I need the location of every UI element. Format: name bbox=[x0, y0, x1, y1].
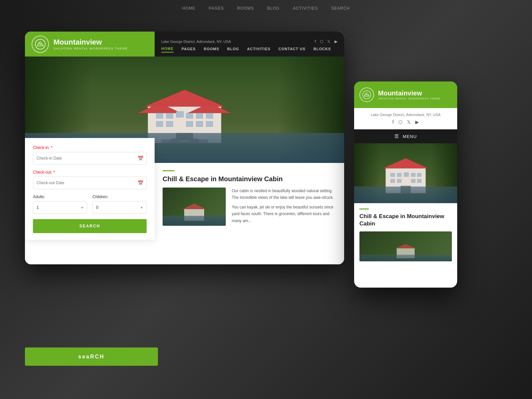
nav-blocks[interactable]: BLOCKS bbox=[314, 47, 331, 52]
checkin-label: Check-in: * bbox=[33, 145, 147, 150]
nav-contact[interactable]: CONTACT US bbox=[279, 47, 306, 52]
svg-rect-11 bbox=[206, 113, 213, 118]
svg-rect-13 bbox=[166, 121, 173, 127]
mobile-nav[interactable]: ☰ MENU bbox=[354, 129, 457, 143]
svg-rect-9 bbox=[186, 113, 193, 118]
desktop-nav-area: Lake George District, Adirondack, NY, US… bbox=[155, 32, 344, 57]
svg-marker-22 bbox=[183, 203, 206, 209]
mobile-header: Mountainview VACATION RENTAL WORDPRESS T… bbox=[354, 81, 457, 108]
desktop-top-bar: Lake George District, Adirondack, NY, US… bbox=[155, 37, 344, 47]
outer-nav-blog: BLOG bbox=[267, 6, 280, 11]
twitter-icon[interactable]: 𝕏 bbox=[327, 39, 331, 44]
desktop-logo-area: Mountainview VACATION RENTAL WORDPRESS T… bbox=[25, 32, 155, 57]
svg-rect-16 bbox=[206, 121, 213, 127]
mobile-menu-label: MENU bbox=[403, 134, 417, 139]
children-col: Children: 0 1 2 ▼ bbox=[92, 195, 147, 214]
children-select[interactable]: 0 1 2 bbox=[92, 201, 147, 214]
adults-col: Adults: 1 2 3 ▼ bbox=[33, 195, 87, 214]
youtube-icon[interactable]: ▶ bbox=[334, 39, 337, 44]
children-select-wrapper: 0 1 2 ▼ bbox=[92, 201, 147, 214]
content-image bbox=[163, 188, 226, 226]
desktop-nav: HOME PAGES ROOMS BLOG ACTIVITIES CONTACT… bbox=[155, 47, 344, 57]
desktop-logo-subtitle: VACATION RENTAL WORDPRESS THEME bbox=[54, 47, 128, 50]
outer-nav-activities: ACTIVITIES bbox=[293, 6, 318, 11]
desktop-logo-title: Mountainview bbox=[54, 38, 128, 47]
nav-activities[interactable]: ACTIVITIES bbox=[247, 47, 271, 52]
svg-rect-33 bbox=[397, 179, 401, 183]
mobile-logo-icon bbox=[359, 87, 374, 102]
svg-marker-26 bbox=[383, 158, 428, 168]
svg-point-24 bbox=[366, 92, 367, 93]
desktop-mockup: Mountainview VACATION RENTAL WORDPRESS T… bbox=[25, 32, 344, 264]
svg-rect-30 bbox=[411, 173, 415, 177]
mobile-content: Chill & Escape in Mountainview Cabin bbox=[354, 203, 457, 267]
nav-blog[interactable]: BLOG bbox=[227, 47, 239, 52]
mobile-location: Lake George District, Adirondack, NY, US… bbox=[359, 113, 452, 117]
search-button[interactable]: SEARCH bbox=[33, 219, 147, 233]
mobile-info-bar: Lake George District, Adirondack, NY, US… bbox=[354, 108, 457, 129]
checkout-input-wrapper: 📅 bbox=[33, 177, 147, 189]
mobile-water bbox=[354, 187, 457, 203]
booking-form: Check-in: * 📅 Check-out: * 📅 Adults: 1 bbox=[25, 138, 155, 240]
content-body: Our cabin is nestled in beautifully wood… bbox=[163, 188, 336, 226]
desktop-logo-text: Mountainview VACATION RENTAL WORDPRESS T… bbox=[54, 38, 128, 50]
svg-rect-14 bbox=[186, 121, 193, 127]
outer-nav-rooms: ROOMS bbox=[237, 6, 254, 11]
mobile-hero bbox=[354, 143, 457, 203]
nav-pages[interactable]: PAGES bbox=[182, 47, 196, 52]
svg-rect-34 bbox=[411, 179, 415, 183]
checkout-row: Check-out: * 📅 bbox=[33, 170, 147, 189]
adults-label: Adults: bbox=[33, 195, 87, 199]
outer-nav: HOME PAGES ROOMS BLOG ACTIVITIES SEARCH bbox=[182, 6, 350, 11]
mobile-instagram-icon[interactable]: ⬡ bbox=[398, 119, 402, 125]
mobile-green-divider bbox=[359, 208, 369, 209]
svg-rect-27 bbox=[391, 173, 395, 177]
checkin-input[interactable] bbox=[33, 152, 147, 165]
checkout-input[interactable] bbox=[33, 177, 147, 189]
svg-rect-12 bbox=[156, 121, 163, 127]
facebook-icon[interactable]: f bbox=[315, 39, 316, 44]
background-search-bar: seaRCH bbox=[25, 347, 158, 366]
mobile-facebook-icon[interactable]: f bbox=[392, 119, 394, 125]
svg-rect-35 bbox=[417, 179, 421, 183]
content-green-divider bbox=[163, 170, 175, 171]
background-search-text: seaRCH bbox=[78, 354, 104, 360]
desktop-social-icons: f ⬡ 𝕏 ▶ bbox=[315, 39, 337, 44]
checkin-input-wrapper: 📅 bbox=[33, 152, 147, 165]
adults-children-row: Adults: 1 2 3 ▼ Children: 0 1 2 bbox=[33, 195, 147, 214]
svg-rect-8 bbox=[176, 111, 184, 117]
svg-rect-15 bbox=[196, 121, 203, 127]
svg-rect-31 bbox=[417, 173, 421, 177]
children-label: Children: bbox=[92, 195, 147, 199]
outer-nav-pages: PAGES bbox=[209, 6, 224, 11]
adults-select-wrapper: 1 2 3 ▼ bbox=[33, 201, 87, 214]
adults-select[interactable]: 1 2 3 bbox=[33, 201, 87, 214]
svg-marker-3 bbox=[145, 90, 224, 106]
mobile-youtube-icon[interactable]: ▶ bbox=[415, 119, 419, 125]
mobile-twitter-icon[interactable]: 𝕏 bbox=[407, 119, 411, 125]
outer-nav-search: SEARCH bbox=[331, 6, 350, 11]
desktop-location: Lake George District, Adirondack, NY, US… bbox=[161, 40, 231, 44]
desktop-logo-icon bbox=[32, 36, 49, 53]
hamburger-icon: ☰ bbox=[394, 133, 399, 139]
mobile-content-title: Chill & Escape in Mountainview Cabin bbox=[359, 213, 452, 227]
checkout-label: Check-out: * bbox=[33, 170, 147, 175]
mobile-social-icons: f ⬡ 𝕏 ▶ bbox=[359, 119, 452, 125]
content-title: Chill & Escape in Mountainview Cabin bbox=[163, 175, 336, 183]
mobile-logo-title: Mountainview bbox=[378, 89, 441, 97]
nav-home[interactable]: HOME bbox=[161, 47, 174, 53]
svg-marker-38 bbox=[395, 244, 416, 248]
desktop-content: Chill & Escape in Mountainview Cabin Our… bbox=[155, 163, 344, 264]
nav-rooms[interactable]: ROOMS bbox=[204, 47, 219, 52]
svg-rect-10 bbox=[196, 113, 203, 118]
svg-rect-32 bbox=[391, 179, 395, 183]
mobile-mockup: Mountainview VACATION RENTAL WORDPRESS T… bbox=[354, 81, 457, 288]
mobile-content-image bbox=[359, 231, 452, 261]
desktop-header: Mountainview VACATION RENTAL WORDPRESS T… bbox=[25, 32, 344, 57]
instagram-icon[interactable]: ⬡ bbox=[320, 39, 323, 44]
svg-rect-28 bbox=[397, 173, 401, 177]
checkin-row: Check-in: * 📅 bbox=[33, 145, 147, 165]
outer-nav-home: HOME bbox=[182, 6, 196, 11]
svg-rect-7 bbox=[166, 113, 173, 118]
mobile-logo-text: Mountainview VACATION RENTAL WORDPRESS T… bbox=[378, 89, 441, 100]
